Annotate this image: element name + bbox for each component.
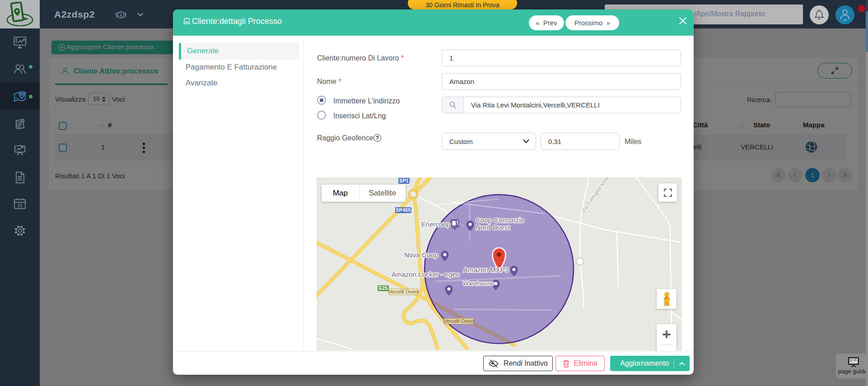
svg-text:SP455: SP455: [396, 207, 411, 213]
svg-text:SP1: SP1: [399, 178, 409, 183]
svg-text:i: i: [120, 12, 121, 18]
svg-text:Amazon MXP3: Amazon MXP3: [463, 266, 509, 274]
svg-text:Nord Ovest: Nord Ovest: [476, 223, 510, 231]
svg-text:Amazon Locker - egeo: Amazon Locker - egeo: [392, 270, 460, 278]
svg-text:Warehouse: Warehouse: [463, 280, 494, 287]
svg-text:Nova Coop: Nova Coop: [404, 251, 438, 259]
svg-text:E25: E25: [379, 285, 388, 291]
svg-text:Vercelli Ovest: Vercelli Ovest: [388, 289, 418, 294]
svg-text:Vercelli Ovest: Vercelli Ovest: [443, 318, 474, 324]
svg-text:15: 15: [17, 203, 23, 208]
svg-text:Coop Consorzio: Coop Consorzio: [476, 216, 524, 224]
svg-text:Enercoop: Enercoop: [421, 220, 450, 228]
